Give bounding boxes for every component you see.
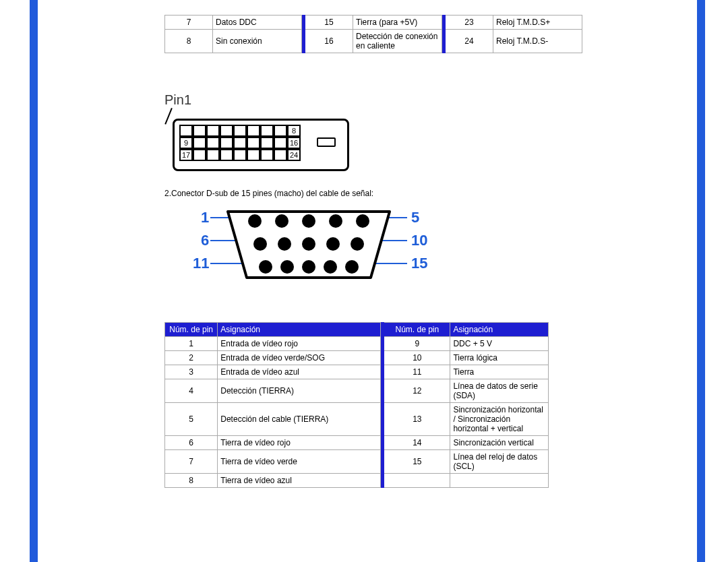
svg-point-1 (248, 214, 262, 228)
cell-desc: Reloj T.M.D.S+ (493, 15, 582, 30)
svg-point-8 (302, 237, 315, 251)
table-row: 8Tierra de vídeo azul (165, 474, 549, 488)
table-row: 7Tierra de vídeo verde15Línea del reloj … (165, 450, 549, 474)
svg-point-9 (326, 237, 340, 251)
table-row: 7 Datos DDC 15 Tierra (para +5V) 23 Relo… (165, 15, 582, 30)
svg-point-14 (324, 260, 337, 274)
svg-point-5 (356, 214, 369, 228)
pin-table-dvi-fragment: 7 Datos DDC 15 Tierra (para +5V) 23 Relo… (164, 15, 582, 53)
table-row: 2Entrada de vídeo verde/SOG10Tierra lógi… (165, 351, 549, 365)
sidebar-stripe-left (30, 0, 38, 562)
vga-label-15: 15 (411, 255, 427, 272)
svg-point-12 (280, 260, 294, 274)
dsub-caption: 2.Conector D-sub de 15 pines (macho) del… (164, 189, 549, 198)
table-row: 6Tierra de vídeo rojo14Sincronización ve… (165, 436, 549, 450)
svg-point-3 (302, 214, 315, 228)
vga-shell (214, 210, 403, 283)
cell-desc: Sin conexión (213, 30, 302, 53)
dvi-pin-grid: 8 916 1724 (179, 125, 301, 161)
vga-label-11: 11 (193, 255, 209, 272)
cell-pin: 23 (446, 15, 493, 30)
dvi-connector-diagram: 8 916 1724 (164, 111, 346, 173)
col-pin: Núm. de pin (384, 323, 450, 337)
cell-desc: Detección de conexión en caliente (353, 30, 442, 53)
cell-pin: 24 (446, 30, 493, 53)
sidebar-stripe-right (697, 0, 705, 562)
table-row: 8 Sin conexión 16 Detección de conexión … (165, 30, 582, 53)
svg-point-6 (253, 237, 267, 251)
dvi-ground-blade (317, 137, 336, 147)
vga-label-6: 6 (201, 232, 209, 249)
cell-pin: 7 (165, 15, 213, 30)
page: 7 Datos DDC 15 Tierra (para +5V) 23 Relo… (0, 0, 728, 562)
vga-label-10: 10 (411, 232, 427, 249)
svg-point-7 (278, 237, 291, 251)
table-row: 3Entrada de vídeo azul11Tierra (165, 365, 549, 379)
table-row: 5Detección del cable (TIERRA)13Sincroniz… (165, 403, 549, 436)
cell-desc: Tierra (para +5V) (353, 15, 442, 30)
vga-connector-diagram: 1 6 11 5 10 15 (181, 208, 437, 286)
svg-point-15 (345, 260, 359, 274)
pin1-label: Pin1 (164, 92, 549, 108)
content: 7 Datos DDC 15 Tierra (para +5V) 23 Relo… (164, 0, 549, 488)
svg-point-13 (302, 260, 315, 274)
cell-pin: 15 (305, 15, 353, 30)
table-header: Núm. de pin Asignación Núm. de pin Asign… (165, 323, 549, 337)
col-assign: Asignación (450, 323, 549, 337)
pin-table-vga: Núm. de pin Asignación Núm. de pin Asign… (164, 322, 549, 488)
col-assign: Asignación (218, 323, 380, 337)
cell-desc: Reloj T.M.D.S- (493, 30, 582, 53)
svg-point-4 (329, 214, 342, 228)
svg-point-10 (351, 237, 364, 251)
table-row: 4Detección (TIERRA)12Línea de datos de s… (165, 379, 549, 403)
svg-point-2 (275, 214, 289, 228)
cell-desc: Datos DDC (213, 15, 302, 30)
table-row: 1Entrada de vídeo rojo9DDC + 5 V (165, 337, 549, 351)
svg-point-11 (259, 260, 272, 274)
vga-label-1: 1 (201, 209, 209, 226)
col-pin: Núm. de pin (165, 323, 218, 337)
vga-label-5: 5 (411, 209, 419, 226)
cell-pin: 8 (165, 30, 213, 53)
cell-pin: 16 (305, 30, 353, 53)
